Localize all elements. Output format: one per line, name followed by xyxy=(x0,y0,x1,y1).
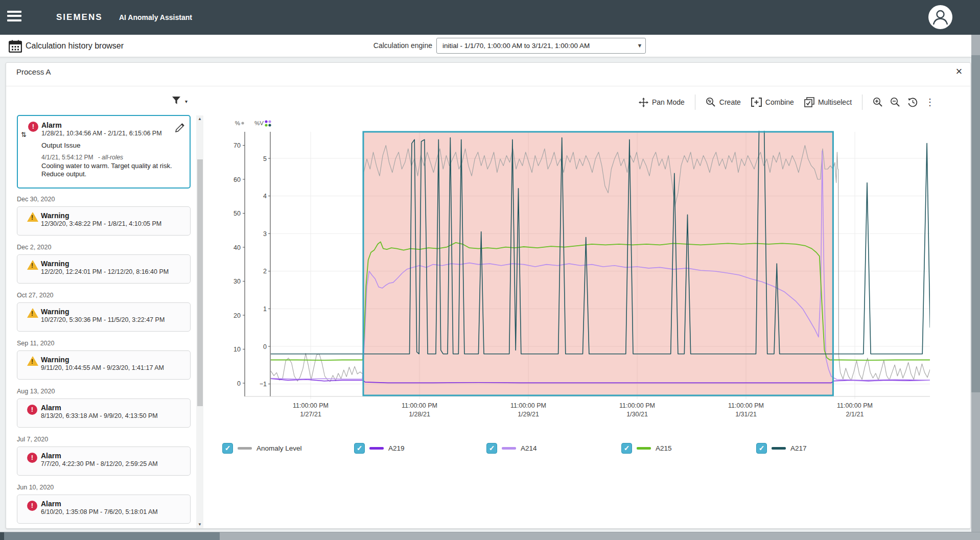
event-card[interactable]: !Warning12/30/20, 3:48:22 PM - 1/8/21, 4… xyxy=(17,206,191,236)
edit-icon[interactable] xyxy=(175,123,184,135)
event-card[interactable]: !Warning9/11/20, 10:44:55 AM - 9/23/20, … xyxy=(17,350,191,380)
y-right-tick-label: 1 xyxy=(263,306,267,313)
checkbox-checked-icon[interactable]: ✓ xyxy=(486,443,497,454)
checkbox-checked-icon[interactable]: ✓ xyxy=(222,443,233,454)
event-card[interactable]: !Alarm6/10/20, 1:35:08 PM - 7/6/20, 5:18… xyxy=(17,495,191,524)
event-group-date: Jun 10, 2020 xyxy=(17,484,54,491)
event-card[interactable]: !Warning12/2/20, 12:24:01 PM - 12/12/20,… xyxy=(17,254,191,284)
axis-series-dot xyxy=(265,124,267,126)
comment-author: - all-roles xyxy=(98,154,123,161)
y-left-tick-label: 20 xyxy=(234,312,241,319)
x-tick-label: 11:00:00 PM1/27/21 xyxy=(293,402,329,418)
history-chart[interactable]: 706050403020100543210−1%%V11:00:00 PM1/2… xyxy=(215,92,980,450)
y-left-tick-label: 30 xyxy=(234,278,241,285)
event-severity: Warning xyxy=(41,260,69,268)
alarm-icon: ! xyxy=(27,405,37,415)
filter-button[interactable]: ▾ xyxy=(172,96,194,109)
event-group-date: Dec 2, 2020 xyxy=(17,244,51,251)
event-range: 7/7/20, 4:22:30 PM - 8/12/20, 2:59:25 AM xyxy=(41,460,158,467)
legend-label: A217 xyxy=(790,444,807,452)
event-range: 10/27/20, 5:30:36 PM - 11/5/20, 3:22:47 … xyxy=(41,316,165,323)
scrollbar-thumb[interactable] xyxy=(197,159,203,406)
panel-divider xyxy=(6,86,970,86)
legend-label: A215 xyxy=(656,444,672,452)
event-group-date: Sep 11, 2020 xyxy=(17,340,54,347)
event-card[interactable]: !Alarm8/13/20, 6:33:18 AM - 9/9/20, 4:13… xyxy=(17,398,191,428)
y-right-tick-label: 4 xyxy=(263,193,267,200)
event-group-date: Dec 30, 2020 xyxy=(17,196,55,203)
event-severity: Warning xyxy=(41,356,69,364)
event-range: 8/13/20, 6:33:18 AM - 9/9/20, 4:13:50 PM xyxy=(41,412,158,419)
checkbox-checked-icon[interactable]: ✓ xyxy=(354,443,365,454)
legend-label: Anomaly Level xyxy=(256,444,302,452)
legend-label: A219 xyxy=(388,444,405,452)
legend-item: ✓Anomaly Level xyxy=(222,441,302,455)
vertical-scrollbar[interactable] xyxy=(971,35,980,532)
event-severity: Alarm xyxy=(41,121,62,129)
close-icon[interactable]: × xyxy=(952,65,966,79)
series-color-swatch xyxy=(369,447,384,450)
warning-icon: ! xyxy=(27,308,38,318)
legend-item: ✓A214 xyxy=(486,441,537,455)
scroll-down-icon[interactable]: ▼ xyxy=(196,521,203,528)
brand-logo: SIEMENS xyxy=(56,0,103,35)
panel-title: Process A xyxy=(16,67,51,76)
top-bar: SIEMENS AI Anomaly Assistant xyxy=(0,0,980,35)
checkbox-checked-icon[interactable]: ✓ xyxy=(756,443,767,454)
axis-series-dot xyxy=(241,122,244,124)
event-range: 9/11/20, 10:44:55 AM - 9/23/20, 1:41:17 … xyxy=(41,364,164,371)
sidebar-scrollbar[interactable]: ▲ ▼ xyxy=(196,115,203,528)
checkbox-checked-icon[interactable]: ✓ xyxy=(621,443,632,454)
y-left-tick-label: 10 xyxy=(234,346,241,353)
comment-text: Cooling water to warm. Target quality at… xyxy=(41,162,188,178)
legend-item: ✓A219 xyxy=(354,441,405,455)
calculation-engine-label: Calculation engine xyxy=(371,35,432,57)
event-issue-title: Output Issue xyxy=(41,142,81,149)
scroll-up-icon[interactable]: ▲ xyxy=(196,115,203,123)
x-tick-label: 11:00:00 PM1/31/21 xyxy=(728,402,764,418)
series-color-swatch xyxy=(238,447,252,450)
legend-item: ✓A215 xyxy=(621,441,672,455)
legend-label: A214 xyxy=(521,444,537,452)
comment-meta: 4/1/21, 5:54:12 PM - all-roles xyxy=(41,154,123,161)
chevron-down-icon: ▼ xyxy=(635,38,645,54)
y-left-tick-label: 60 xyxy=(234,176,241,183)
series-color-swatch xyxy=(637,447,651,450)
event-range: 1/28/21, 10:34:56 AM - 2/1/21, 6:15:06 P… xyxy=(41,130,162,137)
app-title: AI Anomaly Assistant xyxy=(119,0,192,35)
event-card[interactable]: !Alarm7/7/20, 4:22:30 PM - 8/12/20, 2:59… xyxy=(17,447,191,476)
horizontal-scrollbar[interactable] xyxy=(0,532,980,540)
y-left-tick-label: 0 xyxy=(237,380,241,387)
axis-series-dot xyxy=(268,120,271,123)
event-group-date: Aug 13, 2020 xyxy=(17,388,55,395)
y-left-tick-label: 70 xyxy=(234,142,241,149)
x-tick-label: 11:00:00 PM1/30/21 xyxy=(619,402,655,418)
warning-icon: ! xyxy=(27,212,38,222)
alarm-icon: ! xyxy=(27,453,37,463)
series-color-swatch xyxy=(772,447,786,450)
person-icon xyxy=(928,5,952,29)
scrollbar-thumb[interactable] xyxy=(4,532,220,540)
axis-series-dot xyxy=(268,124,271,126)
user-avatar[interactable] xyxy=(928,5,952,29)
event-range: 12/2/20, 12:24:01 PM - 12/12/20, 8:16:40… xyxy=(41,268,169,275)
axis-series-dot xyxy=(265,120,267,123)
event-severity: Alarm xyxy=(41,452,61,460)
y-left-tick-label: 50 xyxy=(234,210,241,217)
x-tick-label: 11:00:00 PM1/29/21 xyxy=(510,402,546,418)
y-left-tick-label: 40 xyxy=(234,244,241,251)
event-severity: Warning xyxy=(41,212,69,220)
event-card[interactable]: !Warning10/27/20, 5:30:36 PM - 11/5/20, … xyxy=(17,302,191,332)
warning-icon: ! xyxy=(27,356,38,366)
scrollbar-thumb[interactable] xyxy=(971,55,980,392)
scrollbar-corner xyxy=(0,532,4,540)
app-window: SIEMENS AI Anomaly Assistant Calculation… xyxy=(0,0,980,540)
calendar-icon xyxy=(9,40,22,55)
y-right-tick-label: 2 xyxy=(263,268,267,275)
event-severity: Warning xyxy=(41,308,69,316)
selected-event-card[interactable]: ! ⇅ Alarm 1/28/21, 10:34:56 AM - 2/1/21,… xyxy=(17,115,191,189)
calculation-engine-select[interactable]: initial - 1/1/70, 1:00:00 AM to 3/1/21, … xyxy=(436,38,646,54)
event-range: 6/10/20, 1:35:08 PM - 7/6/20, 5:18:01 AM xyxy=(41,508,158,515)
event-severity: Alarm xyxy=(41,500,61,508)
menu-icon[interactable] xyxy=(7,8,26,27)
